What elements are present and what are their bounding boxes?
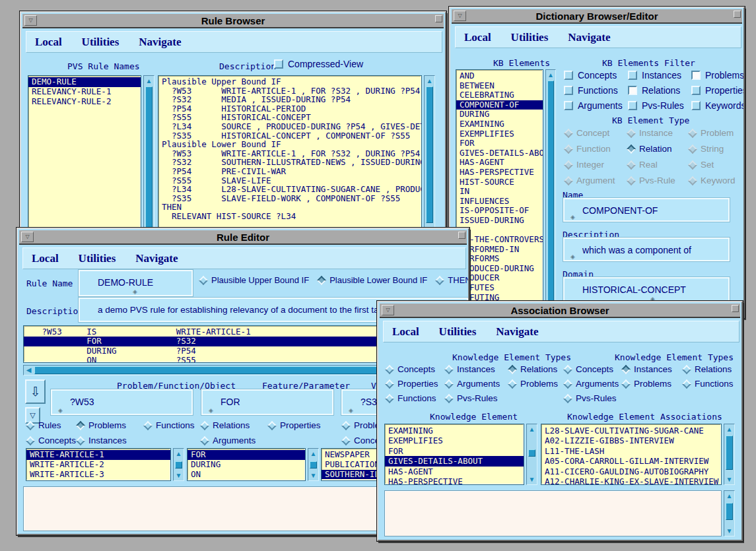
list-item[interactable]: DEMO-RULE: [28, 77, 141, 87]
scroll-up-icon[interactable]: ▲: [546, 70, 555, 80]
list-item[interactable]: RELEVANCY-RULE-1: [28, 87, 141, 97]
rule-name-field[interactable]: DEMO-RULE ◈: [79, 270, 193, 296]
list-item[interactable]: EXAMINING: [456, 119, 543, 129]
description-field[interactable]: which was a component of ◈: [563, 238, 730, 261]
scroll-up-icon[interactable]: ▲: [527, 424, 537, 434]
list-item[interactable]: A12-CHARLIE-KING-EX-SLAVE-INTERVIEW: [541, 476, 721, 485]
knowledge-element-list[interactable]: EXAMININGEXEMPLIFIESFORGIVES-DETAILS-ABO…: [384, 424, 524, 485]
output-area-scrollbar[interactable]: ▲ ▼: [724, 490, 735, 536]
scroll-down-icon[interactable]: ▼: [308, 470, 318, 480]
list-item[interactable]: A11-CICERO-GAULDING-AUTOBIOGRAPHY: [541, 467, 721, 476]
scroll-up-icon[interactable]: ▲: [174, 449, 184, 459]
window-resize-notch[interactable]: [732, 305, 739, 312]
list-item[interactable]: EXEMPLIFIES: [385, 436, 524, 445]
list-item[interactable]: FOR: [456, 139, 543, 148]
type-radio[interactable]: Concept: [565, 128, 628, 138]
type-radio[interactable]: Keyword: [689, 176, 741, 185]
list-item[interactable]: AND: [456, 71, 543, 81]
type-radio[interactable]: Relations: [683, 364, 741, 374]
type-radio[interactable]: Properties: [386, 379, 446, 389]
list-item[interactable]: L28-SLAVE-CULTIVATING-SUGAR-CANE: [541, 426, 721, 436]
type-radio[interactable]: Problems: [77, 420, 145, 430]
list-item[interactable]: IN: [456, 187, 543, 197]
type-radio[interactable]: Set: [689, 160, 741, 170]
association-output-area[interactable]: [384, 490, 722, 536]
pfo-choice-list[interactable]: WRITE-ARTICLE-1WRITE-ARTICLE-2WRITE-ARTI…: [26, 448, 171, 481]
type-radio[interactable]: Functions: [683, 379, 741, 389]
scroll-down-icon[interactable]: ▼: [724, 474, 734, 484]
menu-item[interactable]: Navigate: [135, 252, 178, 265]
menu-item[interactable]: Navigate: [496, 325, 538, 339]
list-item[interactable]: HAS-AGENT: [385, 467, 524, 476]
type-radio[interactable]: Pvs-Rule: [628, 176, 689, 185]
menu-item[interactable]: Utilities: [439, 325, 477, 339]
type-radio[interactable]: Arguments: [201, 436, 269, 445]
menu-item[interactable]: Local: [392, 325, 419, 339]
type-radio[interactable]: Concepts: [386, 364, 446, 374]
list-item[interactable]: A05-CORA-CARROLL-GILLAM-INTERVIEW: [541, 456, 721, 466]
type-radio[interactable]: Real: [628, 160, 689, 170]
pvs-rule-names-list[interactable]: DEMO-RULERELEVANCY-RULE-1RELEVANCY-RULE-…: [28, 75, 141, 234]
type-radio[interactable]: Pvs-Rules: [446, 393, 509, 403]
filter-checkbox[interactable]: Concepts: [564, 70, 628, 81]
list-item[interactable]: INFLUENCES: [456, 197, 543, 207]
rule-names-scrollbar[interactable]: ▲: [143, 75, 155, 234]
list-item[interactable]: FOR: [188, 450, 305, 460]
type-radio[interactable]: Relations: [201, 420, 269, 430]
list-item[interactable]: DURING: [188, 460, 305, 470]
list-item[interactable]: L11-THE-LASH: [541, 446, 721, 456]
window-menu-button[interactable]: ▽: [24, 15, 37, 26]
list-item[interactable]: CELEBRATING: [456, 90, 543, 100]
window-resize-notch[interactable]: [435, 15, 442, 22]
list-item[interactable]: COMPONENT-OF: [456, 100, 543, 110]
list-item[interactable]: BETWEEN: [456, 81, 543, 91]
scroll-up-icon[interactable]: ▲: [724, 424, 734, 434]
type-radio[interactable]: Instances: [446, 364, 509, 374]
filter-checkbox[interactable]: Pvs-Rules: [628, 100, 691, 111]
list-item[interactable]: WRITE-ARTICLE-3: [26, 470, 170, 480]
menu-item[interactable]: Navigate: [568, 31, 610, 44]
type-radio[interactable]: Relation: [628, 144, 689, 154]
type-radio[interactable]: Instances: [77, 436, 145, 445]
pfo-list-scrollbar[interactable]: ▲ ▼: [173, 448, 184, 481]
list-item[interactable]: ON: [188, 470, 305, 480]
feature-choice-list[interactable]: FORDURINGON: [187, 448, 306, 481]
insert-clause-button[interactable]: ⇩: [25, 379, 46, 404]
description-scrollbar[interactable]: ▲ ▼: [424, 75, 435, 236]
rule-description-list[interactable]: Plausible Upper Bound IF ?W53 WRITE-ARTI…: [158, 75, 422, 236]
list-item[interactable]: DURING: [456, 110, 543, 119]
scroll-up-icon[interactable]: ▲: [308, 449, 318, 459]
list-item[interactable]: ISSUED-DURING: [456, 216, 543, 226]
window-resize-notch[interactable]: [734, 11, 741, 18]
list-item[interactable]: EXAMINING: [385, 426, 524, 436]
type-radio[interactable]: Concepts: [565, 364, 623, 374]
type-radio[interactable]: Function: [565, 144, 628, 154]
scroll-up-icon[interactable]: ▲: [144, 76, 154, 86]
type-radio[interactable]: Rules: [27, 420, 77, 430]
bound-radio[interactable]: THEN: [436, 275, 469, 285]
type-radio[interactable]: Instance: [628, 128, 689, 138]
type-radio[interactable]: Arguments: [446, 379, 509, 389]
type-radio[interactable]: Arguments: [565, 379, 623, 389]
window-menu-button[interactable]: ▽: [21, 232, 34, 242]
feature-list-scrollbar[interactable]: ▲ ▼: [308, 448, 319, 481]
type-radio[interactable]: Argument: [565, 176, 628, 185]
window-resize-notch[interactable]: [458, 232, 465, 239]
type-radio[interactable]: Functions: [386, 393, 446, 403]
menu-item[interactable]: Local: [464, 31, 491, 44]
scroll-down-icon[interactable]: ▼: [174, 470, 184, 480]
name-field[interactable]: COMPONENT-OF ◈: [563, 198, 730, 222]
list-item[interactable]: GIVES-DETAILS-ABOUT: [385, 456, 524, 466]
list-item[interactable]: RELEVANCY-RULE-2: [28, 97, 141, 107]
kb-elements-scrollbar[interactable]: ▲ ▼: [545, 69, 556, 315]
scroll-up-icon[interactable]: ▲: [425, 76, 434, 86]
filter-checkbox[interactable]: Functions: [564, 85, 628, 96]
type-radio[interactable]: Properties: [269, 420, 335, 430]
menu-item[interactable]: Utilities: [82, 36, 120, 49]
list-item[interactable]: WRITE-ARTICLE-2: [26, 460, 170, 470]
list-item[interactable]: WRITE-ARTICLE-1: [26, 450, 170, 460]
type-radio[interactable]: String: [689, 144, 741, 154]
list-item[interactable]: A02-LIZZIE-GIBBS-INTERVIEW: [541, 436, 721, 445]
type-radio[interactable]: Concepts: [27, 436, 77, 445]
bound-radio[interactable]: Plausible Lower Bound IF: [318, 275, 427, 285]
